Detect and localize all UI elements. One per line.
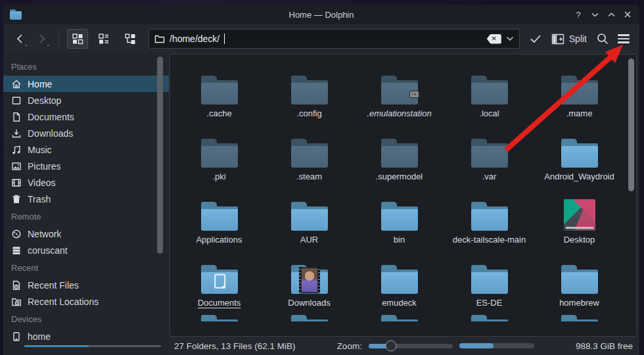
split-label: Split xyxy=(569,34,587,44)
video-icon xyxy=(11,178,22,188)
help-button[interactable]: ? xyxy=(573,9,584,20)
file-label: .config xyxy=(296,108,321,120)
sidebar-item-recent-files[interactable]: Recent Files xyxy=(3,277,169,293)
icons-view-button[interactable] xyxy=(67,29,88,49)
sidebar-item-desktop[interactable]: Desktop xyxy=(3,92,169,108)
maximize-button[interactable] xyxy=(606,9,616,20)
recent-locations-icon xyxy=(11,296,22,307)
file-item-homebrew[interactable]: homebrew xyxy=(534,252,624,315)
sidebar-item-coruscant[interactable]: coruscant xyxy=(3,242,169,258)
forward-history-chevron-icon[interactable]: ⌄ xyxy=(46,42,51,47)
file-icon-wrap: ↪ xyxy=(381,64,418,105)
folder-icon xyxy=(471,76,508,105)
section-header-devices: Devices xyxy=(3,310,169,328)
details-view-button[interactable] xyxy=(93,29,114,49)
clear-location-icon[interactable]: ✕ xyxy=(487,34,501,44)
forward-button[interactable]: ⌄ xyxy=(34,30,51,47)
file-item-dot-emulationstation[interactable]: ↪.emulationstation xyxy=(354,62,444,126)
back-button[interactable]: ⌄ xyxy=(11,30,28,47)
location-path[interactable]: /home/deck/ xyxy=(170,34,219,44)
file-item-dot-mame[interactable]: .mame xyxy=(534,62,624,126)
folder-icon xyxy=(381,315,418,321)
folder-icon xyxy=(201,315,238,321)
file-icon-wrap xyxy=(201,64,238,105)
file-item-dot-config[interactable]: .config xyxy=(264,62,354,126)
sidebar-item-label: Music xyxy=(28,145,52,155)
file-item-desktop[interactable]: Desktop xyxy=(534,189,624,252)
sidebar-item-home[interactable]: Home xyxy=(3,76,169,92)
file-item-downloads[interactable]: Downloads xyxy=(264,252,354,315)
sidebar-item-home[interactable]: home xyxy=(3,328,169,344)
location-dropdown-chevron-icon[interactable] xyxy=(506,36,514,41)
tree-view-icon xyxy=(124,33,136,45)
file-label: emudeck xyxy=(382,297,417,309)
file-icon-wrap xyxy=(291,127,328,168)
desktop-wallpaper-thumbnail xyxy=(564,199,595,231)
file-icon-wrap xyxy=(291,253,328,294)
folder-icon xyxy=(201,76,238,105)
file-item-dot-cache[interactable]: .cache xyxy=(174,62,264,126)
menu-button[interactable] xyxy=(616,30,632,48)
file-icon-wrap xyxy=(381,127,418,168)
accept-location-button[interactable] xyxy=(528,30,543,48)
close-button[interactable] xyxy=(622,9,633,20)
sidebar-item-documents[interactable]: Documents xyxy=(3,108,169,125)
minimize-button[interactable] xyxy=(589,9,600,20)
file-item-emudeck[interactable]: emudeck xyxy=(354,252,444,315)
file-item-deck-tailscale-main[interactable]: deck-tailscale-main xyxy=(444,189,534,252)
sidebar-item-recent-locations[interactable]: Recent Locations xyxy=(3,293,169,310)
trash-icon xyxy=(11,194,22,204)
zoom-slider[interactable] xyxy=(369,344,453,348)
folder-icon xyxy=(381,202,418,231)
folder-view[interactable]: .cache.config↪.emulationstation.local.ma… xyxy=(170,54,637,337)
file-item-es-de[interactable]: ES-DE xyxy=(444,252,534,315)
folder-location-icon xyxy=(154,34,165,43)
file-icon-wrap xyxy=(471,64,508,105)
file-icon-wrap xyxy=(561,253,598,294)
file-icon-wrap xyxy=(201,190,238,231)
folder-icon: ↪ xyxy=(381,76,418,105)
window-title: Home — Dolphin xyxy=(3,10,639,20)
tree-view-button[interactable] xyxy=(120,29,141,49)
file-item-dot-steam[interactable]: .steam xyxy=(264,126,354,189)
file-item-dot-pki[interactable]: .pki xyxy=(174,126,264,189)
download-icon xyxy=(11,128,22,139)
file-item-bin[interactable]: bin xyxy=(354,189,444,252)
split-button[interactable]: Split xyxy=(549,34,589,45)
file-label: ES-DE xyxy=(476,297,503,309)
file-label: Applications xyxy=(196,234,242,246)
back-history-chevron-icon[interactable]: ⌄ xyxy=(24,42,28,47)
file-icon-wrap xyxy=(201,253,238,294)
file-label: .pki xyxy=(212,171,225,183)
dolphin-app-icon xyxy=(10,9,23,20)
search-button[interactable] xyxy=(595,30,610,48)
file-item-android_waydroid[interactable]: Android_Waydroid xyxy=(534,126,624,189)
file-icon-wrap xyxy=(471,127,508,168)
symlink-emblem-icon: ↪ xyxy=(409,91,419,98)
folder-icon xyxy=(471,315,508,321)
zoom-slider-knob[interactable] xyxy=(386,341,397,352)
sidebar-item-network[interactable]: Network xyxy=(3,225,169,242)
icons-view-icon xyxy=(72,33,83,45)
sidebar-item-trash[interactable]: Trash xyxy=(3,191,169,207)
location-bar[interactable]: /home/deck/ ✕ xyxy=(149,29,520,49)
file-item-documents[interactable]: Documents xyxy=(174,252,264,315)
file-item-applications[interactable]: Applications xyxy=(174,189,264,252)
file-item-dot-supermodel[interactable]: .supermodel xyxy=(354,126,444,189)
split-view-icon xyxy=(551,34,564,45)
file-item-dot-var[interactable]: .var xyxy=(444,126,534,189)
sidebar-item-downloads[interactable]: Downloads xyxy=(3,125,169,141)
sidebar-scrollbar[interactable] xyxy=(157,57,163,254)
view-scrollbar[interactable] xyxy=(628,59,634,191)
file-item-aur[interactable]: AUR xyxy=(264,189,354,252)
sidebar-item-music[interactable]: Music xyxy=(3,141,169,158)
file-item-dot-local[interactable]: .local xyxy=(444,62,534,126)
file-label: bin xyxy=(394,234,405,246)
photo-preview-thumbnail xyxy=(299,267,320,293)
device-usage-bar xyxy=(24,345,161,347)
sidebar-item-pictures[interactable]: Pictures xyxy=(3,158,169,174)
file-label: .var xyxy=(482,171,497,183)
sidebar-item-videos[interactable]: Videos xyxy=(3,174,169,191)
folder-icon xyxy=(291,265,328,294)
items-summary: 27 Folders, 13 Files (62.1 MiB) xyxy=(174,341,296,351)
